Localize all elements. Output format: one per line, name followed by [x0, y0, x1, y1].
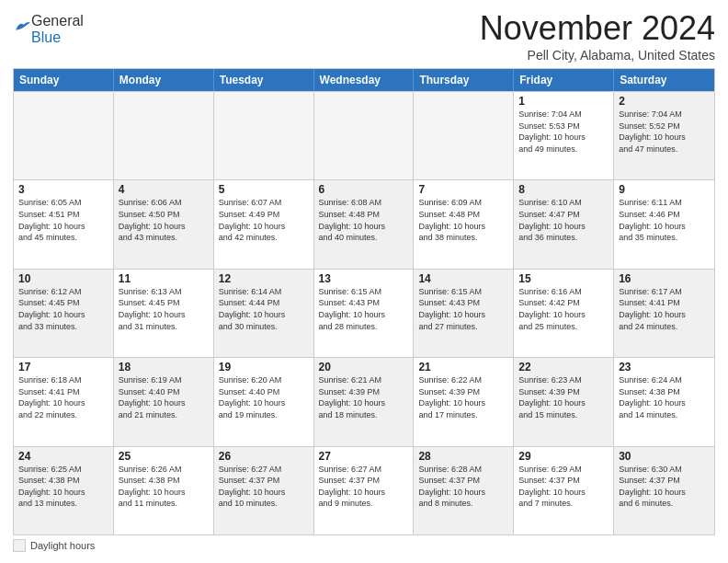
day-info: Sunrise: 6:26 AM Sunset: 4:38 PM Dayligh…	[119, 464, 209, 510]
day-number: 23	[619, 361, 710, 373]
day-number: 10	[18, 272, 108, 285]
calendar-cell: 28Sunrise: 6:28 AM Sunset: 4:37 PM Dayli…	[414, 447, 514, 534]
day-number: 24	[18, 450, 108, 463]
day-info: Sunrise: 6:21 AM Sunset: 4:39 PM Dayligh…	[319, 374, 409, 420]
day-number: 6	[319, 183, 409, 196]
month-title: November 2024	[480, 9, 715, 48]
calendar-cell: 19Sunrise: 6:20 AM Sunset: 4:40 PM Dayli…	[214, 358, 314, 445]
calendar-cell: 22Sunrise: 6:23 AM Sunset: 4:39 PM Dayli…	[514, 358, 614, 445]
day-info: Sunrise: 6:12 AM Sunset: 4:45 PM Dayligh…	[18, 286, 108, 332]
day-number: 4	[119, 183, 209, 196]
day-info: Sunrise: 6:13 AM Sunset: 4:45 PM Dayligh…	[119, 286, 209, 332]
day-info: Sunrise: 6:30 AM Sunset: 4:37 PM Dayligh…	[619, 464, 710, 510]
day-number: 21	[418, 361, 508, 373]
day-number: 14	[418, 272, 508, 285]
day-info: Sunrise: 6:18 AM Sunset: 4:41 PM Dayligh…	[18, 374, 108, 420]
calendar-body: 1Sunrise: 7:04 AM Sunset: 5:53 PM Daylig…	[14, 91, 714, 534]
day-info: Sunrise: 6:28 AM Sunset: 4:37 PM Dayligh…	[418, 464, 508, 510]
title-section: November 2024 Pell City, Alabama, United…	[480, 9, 715, 63]
day-info: Sunrise: 6:22 AM Sunset: 4:39 PM Dayligh…	[418, 374, 508, 420]
legend-label: Daylight hours	[30, 540, 95, 551]
calendar-cell	[414, 92, 514, 179]
calendar-cell: 5Sunrise: 6:07 AM Sunset: 4:49 PM Daylig…	[214, 180, 314, 268]
day-number: 29	[518, 450, 609, 463]
day-number: 20	[319, 361, 409, 373]
calendar-row: 10Sunrise: 6:12 AM Sunset: 4:45 PM Dayli…	[14, 269, 714, 357]
calendar-cell: 23Sunrise: 6:24 AM Sunset: 4:38 PM Dayli…	[614, 358, 714, 445]
calendar-row: 1Sunrise: 7:04 AM Sunset: 5:53 PM Daylig…	[14, 91, 714, 179]
day-number: 18	[119, 361, 209, 373]
calendar-cell: 3Sunrise: 6:05 AM Sunset: 4:51 PM Daylig…	[14, 180, 114, 268]
calendar-header-cell: Sunday	[14, 69, 114, 91]
day-info: Sunrise: 6:19 AM Sunset: 4:40 PM Dayligh…	[119, 374, 209, 420]
calendar-cell	[214, 92, 314, 179]
day-info: Sunrise: 6:05 AM Sunset: 4:51 PM Dayligh…	[18, 197, 108, 243]
calendar-header-cell: Saturday	[614, 69, 714, 91]
calendar-cell: 6Sunrise: 6:08 AM Sunset: 4:48 PM Daylig…	[314, 180, 415, 268]
calendar-cell: 25Sunrise: 6:26 AM Sunset: 4:38 PM Dayli…	[114, 447, 214, 534]
calendar-cell: 16Sunrise: 6:17 AM Sunset: 4:41 PM Dayli…	[614, 270, 714, 357]
calendar-header-cell: Monday	[114, 69, 214, 91]
day-number: 8	[518, 183, 609, 196]
day-info: Sunrise: 6:09 AM Sunset: 4:48 PM Dayligh…	[418, 197, 508, 243]
calendar-row: 24Sunrise: 6:25 AM Sunset: 4:38 PM Dayli…	[14, 446, 714, 534]
calendar-header-cell: Wednesday	[314, 69, 415, 91]
legend-box	[13, 539, 26, 552]
logo-blue-text: Blue	[31, 29, 61, 45]
calendar-cell: 11Sunrise: 6:13 AM Sunset: 4:45 PM Dayli…	[114, 270, 214, 357]
calendar-cell	[314, 92, 415, 179]
calendar-cell: 29Sunrise: 6:29 AM Sunset: 4:37 PM Dayli…	[514, 447, 614, 534]
calendar-row: 17Sunrise: 6:18 AM Sunset: 4:41 PM Dayli…	[14, 357, 714, 445]
calendar-cell: 10Sunrise: 6:12 AM Sunset: 4:45 PM Dayli…	[14, 270, 114, 357]
day-info: Sunrise: 7:04 AM Sunset: 5:53 PM Dayligh…	[518, 109, 609, 155]
calendar-cell: 30Sunrise: 6:30 AM Sunset: 4:37 PM Dayli…	[614, 447, 714, 534]
calendar-cell: 2Sunrise: 7:04 AM Sunset: 5:52 PM Daylig…	[614, 92, 714, 179]
day-number: 28	[418, 450, 508, 463]
day-info: Sunrise: 6:20 AM Sunset: 4:40 PM Dayligh…	[219, 374, 309, 420]
day-info: Sunrise: 6:27 AM Sunset: 4:37 PM Dayligh…	[219, 464, 309, 510]
day-info: Sunrise: 6:25 AM Sunset: 4:38 PM Dayligh…	[18, 464, 108, 510]
day-number: 12	[219, 272, 309, 285]
day-number: 1	[518, 95, 609, 108]
day-info: Sunrise: 6:24 AM Sunset: 4:38 PM Dayligh…	[619, 374, 710, 420]
calendar-cell: 9Sunrise: 6:11 AM Sunset: 4:46 PM Daylig…	[614, 180, 714, 268]
day-info: Sunrise: 6:17 AM Sunset: 4:41 PM Dayligh…	[619, 286, 710, 332]
logo-general-text: General	[31, 13, 84, 29]
day-number: 22	[518, 361, 609, 373]
day-info: Sunrise: 6:14 AM Sunset: 4:44 PM Dayligh…	[219, 286, 309, 332]
day-number: 26	[219, 450, 309, 463]
day-number: 15	[518, 272, 609, 285]
day-info: Sunrise: 6:08 AM Sunset: 4:48 PM Dayligh…	[319, 197, 409, 243]
page: General Blue November 2024 Pell City, Al…	[0, 0, 728, 563]
day-info: Sunrise: 6:29 AM Sunset: 4:37 PM Dayligh…	[518, 464, 609, 510]
calendar-cell	[14, 92, 114, 179]
calendar-cell: 26Sunrise: 6:27 AM Sunset: 4:37 PM Dayli…	[214, 447, 314, 534]
day-number: 30	[619, 450, 710, 463]
day-number: 11	[119, 272, 209, 285]
calendar-cell: 21Sunrise: 6:22 AM Sunset: 4:39 PM Dayli…	[414, 358, 514, 445]
calendar-header-cell: Friday	[514, 69, 614, 91]
day-number: 16	[619, 272, 710, 285]
calendar-header: SundayMondayTuesdayWednesdayThursdayFrid…	[14, 69, 714, 91]
calendar-cell	[114, 92, 214, 179]
calendar-cell: 24Sunrise: 6:25 AM Sunset: 4:38 PM Dayli…	[14, 447, 114, 534]
calendar-cell: 7Sunrise: 6:09 AM Sunset: 4:48 PM Daylig…	[414, 180, 514, 268]
calendar-cell: 17Sunrise: 6:18 AM Sunset: 4:41 PM Dayli…	[14, 358, 114, 445]
calendar-cell: 8Sunrise: 6:10 AM Sunset: 4:47 PM Daylig…	[514, 180, 614, 268]
calendar-cell: 27Sunrise: 6:27 AM Sunset: 4:37 PM Dayli…	[314, 447, 415, 534]
calendar: SundayMondayTuesdayWednesdayThursdayFrid…	[13, 68, 715, 535]
day-number: 7	[418, 183, 508, 196]
day-number: 13	[319, 272, 409, 285]
calendar-cell: 18Sunrise: 6:19 AM Sunset: 4:40 PM Dayli…	[114, 358, 214, 445]
day-number: 9	[619, 183, 710, 196]
calendar-header-cell: Thursday	[414, 69, 514, 91]
calendar-cell: 13Sunrise: 6:15 AM Sunset: 4:43 PM Dayli…	[314, 270, 415, 357]
calendar-cell: 20Sunrise: 6:21 AM Sunset: 4:39 PM Dayli…	[314, 358, 415, 445]
calendar-cell: 12Sunrise: 6:14 AM Sunset: 4:44 PM Dayli…	[214, 270, 314, 357]
legend: Daylight hours	[13, 535, 715, 554]
top-section: General Blue November 2024 Pell City, Al…	[13, 9, 715, 63]
day-info: Sunrise: 6:27 AM Sunset: 4:37 PM Dayligh…	[319, 464, 409, 510]
day-number: 2	[619, 95, 710, 108]
day-number: 3	[18, 183, 108, 196]
calendar-cell: 4Sunrise: 6:06 AM Sunset: 4:50 PM Daylig…	[114, 180, 214, 268]
